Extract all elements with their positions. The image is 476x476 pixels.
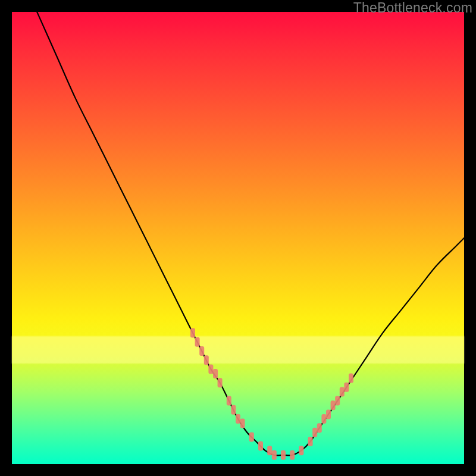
curve-marker bbox=[335, 396, 340, 406]
curve-marker bbox=[213, 369, 218, 378]
curve-marker bbox=[240, 419, 245, 428]
curve-marker bbox=[227, 396, 231, 406]
curve-marker bbox=[190, 328, 195, 338]
plot-area bbox=[12, 12, 464, 464]
curve-marker bbox=[195, 337, 200, 347]
curve-marker bbox=[321, 414, 326, 424]
curve-marker bbox=[249, 432, 254, 441]
outer-frame: TheBottleneck.com bbox=[0, 0, 476, 476]
bottleneck-curve bbox=[21, 12, 464, 455]
curve-marker bbox=[326, 409, 331, 419]
curve-marker bbox=[218, 378, 223, 387]
curve-marker bbox=[331, 400, 336, 410]
curve-marker bbox=[236, 414, 240, 424]
curve-markers-right bbox=[290, 374, 353, 460]
curve-marker bbox=[204, 355, 209, 365]
curve-marker bbox=[281, 450, 286, 460]
curve-marker bbox=[349, 374, 353, 383]
curve-marker bbox=[308, 437, 313, 446]
curve-marker bbox=[312, 428, 317, 437]
curve-marker bbox=[231, 405, 236, 415]
curve-marker bbox=[317, 423, 322, 433]
curve-marker bbox=[299, 446, 303, 455]
curve-marker bbox=[290, 450, 295, 460]
curve-marker bbox=[258, 441, 263, 451]
curve-marker bbox=[199, 346, 204, 356]
curve-marker bbox=[340, 387, 345, 396]
watermark-text: TheBottleneck.com bbox=[353, 0, 472, 16]
curve-marker bbox=[267, 446, 272, 455]
curve-marker bbox=[344, 383, 349, 392]
chart-svg bbox=[12, 12, 464, 464]
curve-marker bbox=[208, 364, 213, 374]
curve-markers-left bbox=[190, 328, 286, 460]
curve-marker bbox=[272, 450, 277, 460]
